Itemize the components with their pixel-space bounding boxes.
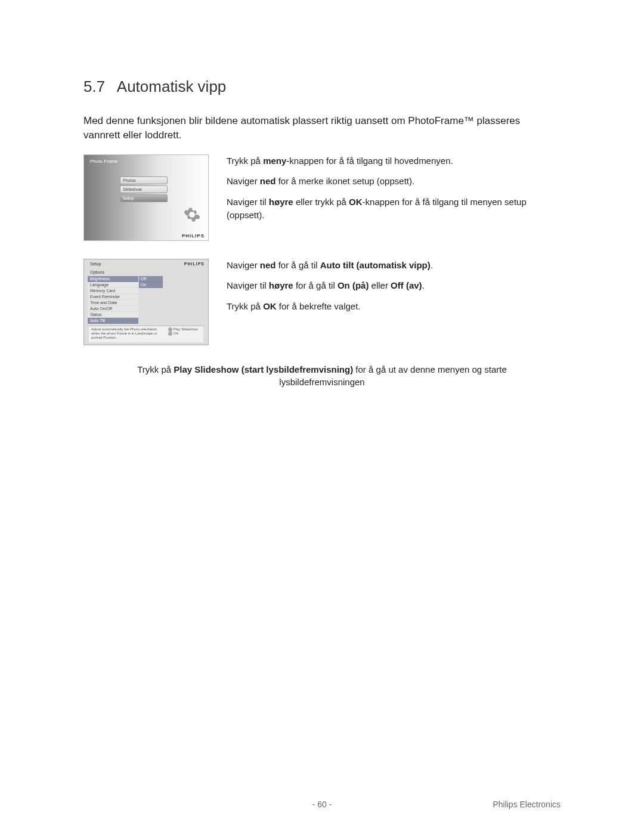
- ok-icon: [168, 332, 172, 336]
- screenshot2-subtitle: Options: [90, 270, 104, 274]
- final-note: Trykk på Play Slideshow (start lysbildef…: [83, 363, 561, 388]
- step-row-2: Setup PHILIPS Options Brightness Languag…: [83, 259, 561, 345]
- option-event-reminder: Event Reminder: [88, 294, 138, 300]
- dpad-icon: [168, 327, 172, 332]
- option-language: Language: [88, 282, 138, 288]
- option-time-date: Time and Date: [88, 300, 138, 306]
- instr2-line2: Naviger til høyre for å gå til On (på) e…: [227, 279, 561, 293]
- gear-icon: [183, 206, 201, 224]
- menu-list: Photos Slideshow Setup: [120, 176, 168, 203]
- instr2-line3: Trykk på OK for å bekrefte valget.: [227, 300, 561, 314]
- value-list: Off On: [139, 276, 163, 288]
- option-status: Status: [88, 312, 138, 318]
- screenshot-main-menu: Photo Frame Photos Slideshow Setup PHILI…: [83, 154, 209, 241]
- menu-item-setup: Setup: [120, 194, 168, 202]
- instr1-line2: Naviger ned for å merke ikonet setup (op…: [227, 175, 561, 188]
- screenshot2-title: Setup: [90, 262, 101, 266]
- instr1-line1: Trykk på meny-knappen for å få tilgang t…: [227, 154, 561, 168]
- philips-logo: PHILIPS: [184, 262, 205, 266]
- footer-controls: Play Slideshow OK: [168, 327, 201, 341]
- option-auto-onoff: Auto On/Off: [88, 306, 138, 312]
- page-number: - 60 -: [0, 800, 644, 809]
- instructions-block-2: Naviger ned for å gå til Auto tilt (auto…: [227, 259, 561, 321]
- menu-item-slideshow: Slideshow: [120, 185, 168, 193]
- value-on: On: [139, 282, 163, 288]
- section-heading: 5.7 Automatisk vipp: [83, 78, 561, 96]
- value-off: Off: [139, 276, 163, 282]
- menu-item-photos: Photos: [120, 176, 168, 184]
- section-number: 5.7: [83, 78, 113, 96]
- options-list: Brightness Language Memory Card Event Re…: [88, 276, 138, 324]
- instr2-line1: Naviger ned for å gå til Auto tilt (auto…: [227, 259, 561, 272]
- option-brightness: Brightness: [88, 276, 138, 282]
- screenshot-title: Photo Frame: [90, 159, 117, 164]
- instructions-block-1: Trykk på meny-knappen for å få tilgang t…: [227, 154, 561, 230]
- screenshot2-footer: Adjust automatically the Photo orientati…: [89, 326, 203, 342]
- instr1-line3: Naviger til høyre eller trykk på OK-knap…: [227, 196, 561, 222]
- step-row-1: Photo Frame Photos Slideshow Setup PHILI…: [83, 154, 561, 241]
- philips-logo: PHILIPS: [182, 233, 205, 239]
- footer-description: Adjust automatically the Photo orientati…: [91, 327, 163, 341]
- page-footer: - 60 - Philips Electronics: [0, 800, 644, 809]
- option-memory-card: Memory Card: [88, 288, 138, 294]
- option-auto-tilt: Auto Tilt: [88, 318, 138, 324]
- intro-paragraph: Med denne funksjonen blir bildene automa…: [83, 114, 549, 143]
- screenshot-setup-menu: Setup PHILIPS Options Brightness Languag…: [83, 259, 209, 345]
- section-title: Automatisk vipp: [117, 78, 227, 95]
